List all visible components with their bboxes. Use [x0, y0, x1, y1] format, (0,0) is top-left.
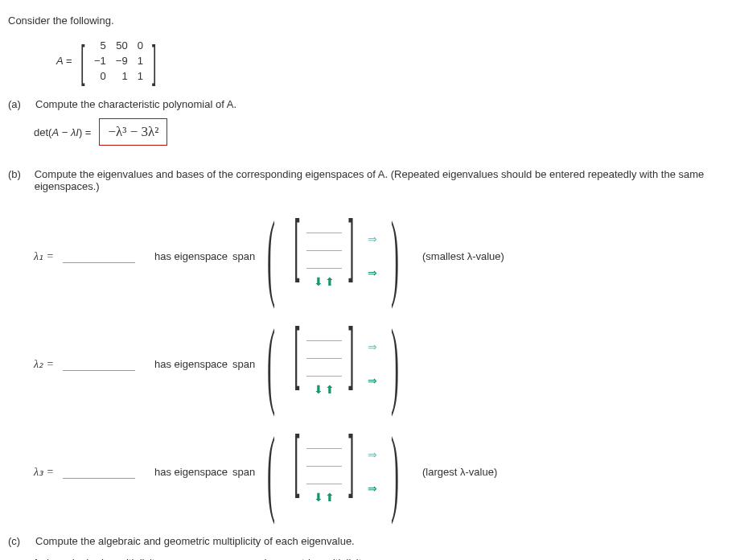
matrix-A: 5 50 0 −1 −9 1 0 1 1: [89, 38, 148, 84]
arrow-right-icon[interactable]: ⇒: [368, 233, 377, 245]
left-paren-icon: (: [267, 216, 275, 296]
right-bracket-icon: ]: [349, 323, 355, 380]
arrow-right-icon[interactable]: ⇒: [368, 340, 377, 353]
part-c-marker: (c): [8, 535, 27, 547]
part-b-text: Compute the eigenvalues and bases of the…: [35, 168, 732, 192]
left-bracket-icon: [: [294, 216, 300, 272]
span-label: span: [232, 466, 255, 478]
table-row: −1 −9 1: [89, 53, 148, 68]
eig3-vec-3[interactable]: [306, 470, 342, 484]
left-bracket-icon: [: [294, 323, 300, 380]
char-poly-answer: −λ³ − 3λ²: [99, 118, 167, 146]
matrix-cell: 1: [133, 68, 148, 84]
eig2-vec-3[interactable]: [306, 362, 342, 377]
arrow-up-icon[interactable]: ⬆: [325, 491, 335, 504]
period: .: [457, 557, 460, 561]
eigenspace-span-3: ( [ ] ⬇ ⬆ ⇒ ⇒: [255, 431, 411, 512]
part-b-marker: (b): [8, 168, 27, 192]
part-a-marker: (a): [8, 98, 27, 110]
largest-label: (largest λ-value): [422, 466, 497, 478]
eig3-vec-2[interactable]: [306, 452, 342, 467]
table-row: 0 1 1: [89, 68, 148, 84]
arrow-right-icon[interactable]: ⇒: [368, 266, 377, 279]
right-bracket-icon: ]: [152, 39, 156, 84]
arrow-up-icon[interactable]: ⬆: [325, 383, 335, 396]
left-paren-icon: (: [267, 431, 275, 512]
arrow-down-icon[interactable]: ⬇: [314, 383, 323, 396]
table-row: 5 50 0: [89, 38, 148, 53]
arrow-right-icon[interactable]: ⇒: [368, 374, 377, 387]
span-label: span: [232, 358, 255, 370]
right-paren-icon: ): [391, 431, 399, 512]
det-label: det(A − λI) =: [34, 126, 91, 138]
matrix-cell: 1: [111, 68, 133, 84]
eig1-vec-1[interactable]: [306, 219, 342, 233]
matrix-label: A =: [56, 55, 72, 67]
right-bracket-icon: ]: [349, 431, 355, 488]
matrix-cell: 0: [133, 38, 148, 53]
eig1-vec-3[interactable]: [306, 254, 342, 269]
matrix-definition: A = [ 5 50 0 −1 −9 1 0 1 1 ]: [56, 38, 732, 84]
lam1-geo-input[interactable]: [372, 555, 452, 560]
left-bracket-icon: [: [80, 39, 84, 84]
arrow-right-icon[interactable]: ⇒: [368, 448, 377, 461]
left-paren-icon: (: [267, 323, 275, 404]
matrix-cell: 0: [89, 68, 111, 84]
part-c-text: Compute the algebraic and geometric mult…: [35, 535, 355, 547]
lambda3-input[interactable]: [63, 464, 135, 479]
has-eigenspace-label: has eigenspace: [154, 466, 228, 478]
eig2-vec-2[interactable]: [306, 344, 342, 359]
lambda1-input[interactable]: [63, 249, 135, 263]
lambda1-label: λ₁ =: [34, 249, 63, 263]
arrow-down-icon[interactable]: ⬇: [314, 491, 323, 504]
part-a-text: Compute the characteristic polynomial of…: [35, 98, 236, 110]
lambda2-label: λ₂ =: [34, 357, 63, 371]
eigenspace-span-1: ( [ ] ⬇ ⬆ ⇒ ⇒: [255, 216, 411, 296]
right-paren-icon: ): [391, 323, 399, 404]
prompt-intro: Consider the following.: [8, 14, 732, 27]
matrix-cell: −1: [89, 53, 111, 68]
has-eigenspace-label: has eigenspace: [154, 250, 228, 262]
matrix-cell: −9: [111, 53, 133, 68]
smallest-label: (smallest λ-value): [422, 250, 504, 262]
span-label: span: [232, 250, 255, 262]
lambda3-label: λ₃ =: [34, 465, 63, 479]
right-bracket-icon: ]: [349, 216, 355, 272]
eigenspace-span-2: ( [ ] ⬇ ⬆ ⇒ ⇒: [255, 323, 411, 404]
lam1-alg-label: λ₁ has algebraic multiplicity: [34, 557, 159, 561]
arrow-down-icon[interactable]: ⬇: [314, 275, 323, 288]
matrix-cell: 50: [111, 38, 133, 53]
and-geo-label: and geometric multiplicity: [249, 557, 367, 561]
arrow-right-icon[interactable]: ⇒: [368, 482, 377, 495]
eig3-vec-1[interactable]: [306, 434, 342, 449]
left-bracket-icon: [: [294, 431, 300, 488]
eig1-vec-2[interactable]: [306, 237, 342, 251]
matrix-cell: 1: [133, 53, 148, 68]
lam1-alg-input[interactable]: [164, 555, 245, 560]
matrix-cell: 5: [89, 38, 111, 53]
arrow-up-icon[interactable]: ⬆: [325, 275, 335, 288]
has-eigenspace-label: has eigenspace: [154, 358, 228, 370]
right-paren-icon: ): [391, 216, 399, 296]
eig2-vec-1[interactable]: [306, 327, 342, 341]
lambda2-input[interactable]: [63, 356, 135, 371]
